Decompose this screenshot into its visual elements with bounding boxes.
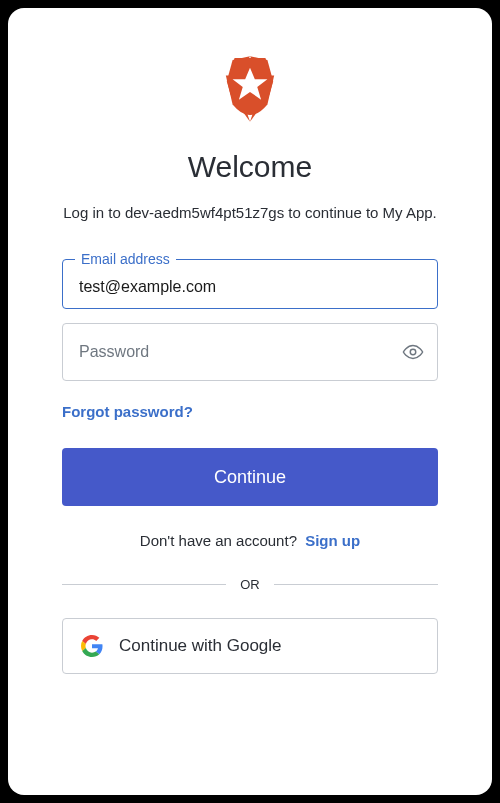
shield-star-icon [221,56,279,122]
divider-line-left [62,584,226,585]
logo-container [62,56,438,122]
signup-link[interactable]: Sign up [305,532,360,549]
svg-point-0 [410,349,416,355]
page-title: Welcome [62,150,438,184]
login-card: Welcome Log in to dev-aedm5wf4pt51z7gs t… [8,8,492,795]
divider-line-right [274,584,438,585]
page-subtitle: Log in to dev-aedm5wf4pt51z7gs to contin… [62,202,438,223]
email-field-group: Email address [62,251,438,309]
signup-prompt: Don't have an account? [140,532,297,549]
google-icon [81,635,103,657]
forgot-password-link[interactable]: Forgot password? [62,403,193,420]
divider: OR [62,577,438,592]
email-label: Email address [75,251,176,267]
password-field-group [62,323,438,381]
signup-row: Don't have an account? Sign up [62,532,438,549]
divider-label: OR [226,577,274,592]
google-button-label: Continue with Google [119,636,282,656]
password-input[interactable] [62,323,438,381]
eye-icon[interactable] [402,341,424,363]
continue-button[interactable]: Continue [62,448,438,506]
google-signin-button[interactable]: Continue with Google [62,618,438,674]
email-input[interactable] [63,267,437,307]
